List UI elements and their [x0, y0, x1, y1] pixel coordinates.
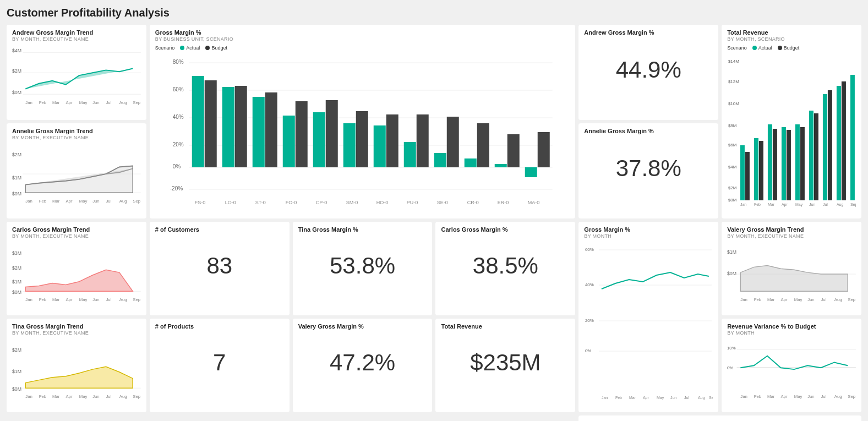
svg-rect-27 [222, 87, 234, 167]
svg-rect-39 [404, 142, 416, 167]
svg-rect-81 [823, 94, 827, 200]
svg-text:Jun: Jun [92, 297, 100, 302]
annelie-gm-pct-title: Annelie Gross Margin % [584, 128, 713, 134]
svg-text:CR-0: CR-0 [467, 200, 479, 205]
svg-rect-29 [253, 97, 265, 167]
svg-text:Mar: Mar [52, 394, 60, 399]
svg-text:CP-0: CP-0 [316, 200, 327, 205]
svg-text:Feb: Feb [39, 394, 46, 399]
svg-text:Jan: Jan [740, 203, 746, 206]
svg-text:Aug: Aug [837, 203, 844, 207]
page-title: Customer Profitability Analysis [7, 7, 861, 19]
svg-rect-31 [283, 116, 295, 167]
svg-text:Sep: Sep [850, 203, 856, 207]
svg-rect-72 [759, 141, 763, 200]
svg-text:Jun: Jun [670, 396, 676, 400]
svg-text:$8M: $8M [728, 123, 737, 128]
andrew-trend-chart: $4M $2M $0M Jan Feb Mar Apr May Jun Jul … [12, 45, 141, 111]
svg-text:SE-0: SE-0 [437, 200, 448, 205]
svg-marker-145 [741, 265, 848, 291]
svg-text:Jul: Jul [821, 394, 827, 399]
tina-trend-card: Tina Gross Margin Trend BY MONTH, EXECUT… [7, 319, 146, 412]
valery-gm-pct-title: Valery Gross Margin % [298, 323, 427, 330]
svg-text:Mar: Mar [767, 297, 775, 302]
svg-text:Jun: Jun [809, 203, 815, 206]
svg-rect-47 [525, 167, 537, 177]
svg-text:$1M: $1M [12, 279, 21, 285]
total-rev-num-title: Total Revenue [441, 323, 570, 330]
legend-budget: Budget [205, 45, 227, 51]
total-rev-actual-dot [752, 46, 757, 50]
svg-text:40%: 40% [585, 282, 594, 287]
cogs-sply-card: COGS SPLY BY SCENARIO, BUSINESS UNIT Sce… [578, 415, 861, 421]
num-products-title: # of Products [155, 323, 284, 330]
svg-text:$0M: $0M [12, 90, 21, 95]
valery-trend-card: Valery Gross Margin Trend BY MONTH, EXEC… [722, 222, 861, 315]
svg-rect-75 [782, 127, 786, 200]
num-products-card: # of Products 7 [150, 319, 290, 412]
andrew-gm-pct-title: Andrew Gross Margin % [584, 29, 713, 36]
svg-text:-20%: -20% [170, 185, 183, 192]
svg-text:Mar: Mar [52, 297, 60, 302]
andrew-trend-subtitle: BY MONTH, EXECUTIVE NAME [12, 36, 141, 42]
tina-gm-pct-value: 53.8% [298, 233, 427, 298]
svg-text:Jan: Jan [25, 199, 32, 204]
svg-text:Sep: Sep [709, 396, 713, 400]
svg-text:May: May [794, 394, 803, 399]
svg-rect-74 [773, 129, 777, 200]
svg-text:$2M: $2M [12, 347, 21, 353]
svg-text:Jul: Jul [106, 297, 111, 302]
svg-text:40%: 40% [173, 114, 184, 120]
svg-text:60%: 60% [585, 247, 594, 252]
valery-trend-title: Valery Gross Margin Trend [727, 226, 856, 233]
annelie-gm-pct-value: 37.8% [584, 135, 713, 201]
svg-rect-36 [356, 111, 368, 167]
svg-text:Jan: Jan [25, 394, 32, 399]
andrew-trend-title: Andrew Gross Margin Trend [12, 29, 141, 36]
bar-fs0-budget [205, 80, 217, 167]
svg-marker-115 [25, 270, 133, 291]
svg-marker-159 [25, 367, 133, 388]
svg-rect-32 [296, 101, 308, 167]
svg-rect-73 [768, 124, 772, 200]
svg-text:Aug: Aug [698, 396, 705, 400]
svg-text:HO-0: HO-0 [376, 200, 389, 205]
annelie-trend-chart: $2M $1M $0M Jan Feb Mar Apr May Jun Jul … [12, 144, 141, 210]
svg-text:$0M: $0M [12, 289, 21, 295]
svg-text:10%: 10% [727, 346, 736, 351]
total-revenue-month-card: Gross Margin % BY MONTH 60% 40% 20% 0% J… [578, 222, 718, 412]
svg-text:Jan: Jan [741, 297, 748, 302]
svg-rect-79 [809, 111, 814, 200]
svg-text:Mar: Mar [767, 394, 775, 399]
svg-text:80%: 80% [173, 59, 184, 65]
svg-text:Aug: Aug [119, 199, 127, 204]
rev-variance-title: Revenue Variance % to Budget [727, 323, 856, 330]
svg-text:$4M: $4M [12, 48, 21, 53]
svg-rect-28 [235, 86, 247, 167]
svg-text:Jul: Jul [106, 394, 111, 399]
total-revenue-num-card: Total Revenue $235M [435, 319, 575, 412]
svg-text:Aug: Aug [834, 394, 842, 399]
svg-rect-83 [837, 86, 841, 200]
svg-text:0%: 0% [585, 348, 592, 353]
svg-text:$0M: $0M [727, 271, 736, 276]
svg-rect-35 [343, 123, 356, 167]
budget-dot [205, 46, 210, 50]
svg-rect-70 [745, 152, 750, 200]
svg-text:Jun: Jun [807, 297, 815, 302]
svg-text:Aug: Aug [119, 100, 127, 105]
num-customers-value: 83 [155, 233, 284, 298]
andrew-trend-card: Andrew Gross Margin Trend BY MONTH, EXEC… [7, 25, 146, 120]
annelie-gm-pct-card: Annelie Gross Margin % 37.8% [578, 123, 718, 218]
svg-text:Apr: Apr [65, 199, 73, 204]
svg-rect-82 [828, 90, 832, 200]
andrew-gm-pct-value: 44.9% [584, 36, 713, 103]
svg-text:$0M: $0M [12, 191, 21, 196]
svg-text:$1M: $1M [12, 175, 21, 181]
svg-text:$3M: $3M [12, 250, 21, 256]
svg-rect-48 [538, 132, 550, 167]
svg-rect-40 [417, 114, 429, 167]
svg-text:Jan: Jan [25, 297, 32, 302]
gm-pct-title: Gross Margin % [155, 29, 570, 36]
valery-trend-chart: $1M $0M Jan Feb Mar Apr May Jun Jul Aug … [727, 242, 856, 308]
